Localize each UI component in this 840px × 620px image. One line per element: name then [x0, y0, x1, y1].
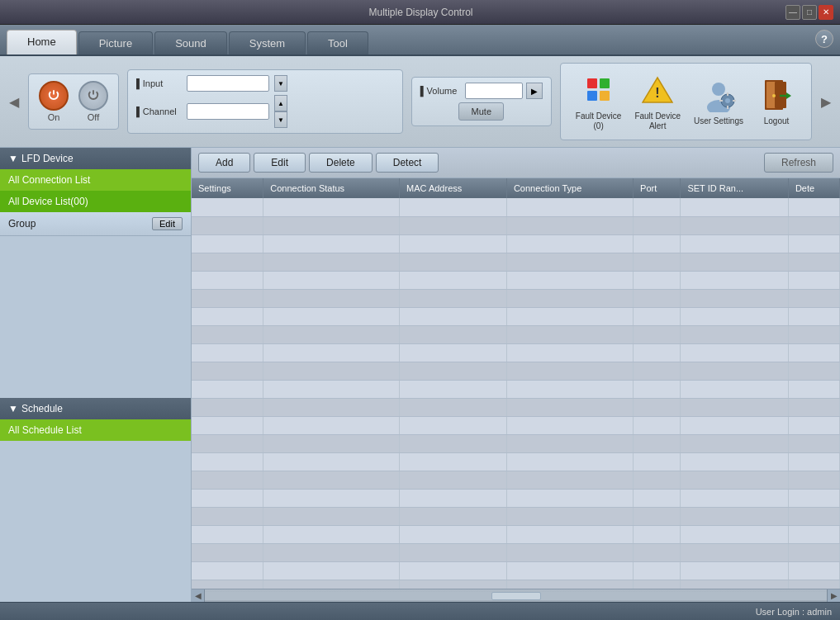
table-row[interactable] [192, 362, 840, 380]
svg-rect-6 [727, 92, 728, 96]
table-cell [681, 580, 789, 589]
scroll-left-btn[interactable]: ◀ [192, 589, 205, 603]
volume-section: ▌Volume ▶ Mute [411, 77, 552, 126]
table-cell [788, 362, 839, 380]
table-cell [681, 325, 789, 343]
table-row[interactable] [192, 216, 840, 234]
channel-down-btn[interactable]: ▼ [274, 111, 287, 128]
channel-field[interactable] [187, 103, 269, 120]
table-cell [788, 561, 839, 580]
delete-button[interactable]: Delete [309, 153, 373, 173]
svg-point-5 [725, 98, 730, 103]
power-on-button[interactable]: On [39, 81, 69, 122]
svg-point-2 [712, 83, 725, 96]
group-label: Group [8, 218, 36, 230]
col-mac-address: MAC Address [400, 178, 507, 198]
nav-right-arrow[interactable]: ▶ [820, 94, 832, 110]
table-cell [400, 525, 507, 543]
horizontal-scrollbar[interactable]: ◀ ▶ [192, 589, 840, 602]
schedule-header[interactable]: ▼ Schedule [0, 398, 191, 419]
logout-button[interactable]: Logout [752, 73, 801, 130]
power-on-icon[interactable] [39, 81, 69, 111]
table-row[interactable] [192, 507, 840, 525]
tab-tool[interactable]: Tool [307, 31, 368, 54]
add-button[interactable]: Add [198, 153, 250, 173]
table-cell [263, 362, 400, 380]
scroll-right-btn[interactable]: ▶ [827, 589, 840, 603]
table-row[interactable] [192, 198, 840, 216]
tab-home[interactable]: Home [7, 30, 77, 54]
fault-device-button[interactable]: Fault Device(0) [571, 69, 627, 135]
user-settings-icon [700, 77, 737, 113]
table-cell [400, 289, 507, 307]
mute-button[interactable]: Mute [458, 102, 504, 121]
refresh-button[interactable]: Refresh [764, 153, 833, 173]
table-row[interactable] [192, 525, 840, 543]
all-device-list-item[interactable]: All Device List(00) [0, 191, 191, 212]
all-connection-list-item[interactable]: All Connection List [0, 169, 191, 191]
table-cell [263, 198, 400, 216]
table-cell [634, 471, 681, 489]
tab-sound[interactable]: Sound [154, 31, 227, 54]
table-row[interactable] [192, 561, 840, 580]
table-cell [634, 253, 681, 271]
table-row[interactable] [192, 271, 840, 289]
close-button[interactable]: ✕ [819, 5, 833, 20]
input-field[interactable] [187, 75, 269, 92]
table-row[interactable] [192, 325, 840, 343]
tab-system[interactable]: System [229, 31, 306, 54]
table-row[interactable] [192, 289, 840, 307]
user-settings-button[interactable]: User Settings [689, 73, 748, 130]
fault-device-alert-button[interactable]: ! Fault DeviceAlert [629, 69, 686, 135]
table-container[interactable]: Settings Connection Status MAC Address C… [192, 178, 840, 589]
sidebar-spacer [0, 236, 191, 398]
table-row[interactable] [192, 434, 840, 452]
input-dropdown-btn[interactable]: ▼ [274, 75, 287, 92]
lfd-device-header[interactable]: ▼ LFD Device [0, 148, 191, 169]
table-cell [263, 543, 400, 561]
win-q2 [600, 78, 610, 88]
all-schedule-list-item[interactable]: All Schedule List [0, 419, 191, 441]
power-off-icon[interactable] [78, 81, 108, 111]
table-row[interactable] [192, 452, 840, 471]
table-cell [506, 416, 633, 434]
table-row[interactable] [192, 380, 840, 398]
col-dete: Dete [788, 178, 839, 198]
table-row[interactable] [192, 398, 840, 416]
table-cell [788, 489, 839, 507]
table-row[interactable] [192, 343, 840, 362]
power-section: On Off [28, 73, 119, 130]
main-container: Home Picture Sound System Tool ? ◀ On [0, 25, 840, 620]
table-cell [634, 271, 681, 289]
col-settings: Settings [192, 178, 263, 198]
table-row[interactable] [192, 416, 840, 434]
table-row[interactable] [192, 471, 840, 489]
table-row[interactable] [192, 580, 840, 589]
tab-bar: Home Picture Sound System Tool ? [0, 25, 840, 56]
help-button[interactable]: ? [815, 30, 833, 48]
tab-picture[interactable]: Picture [78, 31, 153, 54]
table-cell [681, 525, 789, 543]
table-cell [192, 434, 263, 452]
table-cell [400, 234, 507, 253]
table-cell [506, 253, 633, 271]
table-cell [788, 580, 839, 589]
table-cell [400, 380, 507, 398]
table-row[interactable] [192, 543, 840, 561]
detect-button[interactable]: Detect [376, 153, 439, 173]
power-off-button[interactable]: Off [78, 81, 108, 122]
nav-left-arrow[interactable]: ◀ [8, 94, 20, 110]
table-row[interactable] [192, 307, 840, 325]
channel-up-btn[interactable]: ▲ [274, 95, 287, 111]
edit-button[interactable]: Edit [254, 153, 306, 173]
table-cell [681, 234, 789, 253]
maximize-button[interactable]: □ [802, 5, 817, 20]
table-row[interactable] [192, 234, 840, 253]
scroll-thumb[interactable] [491, 592, 541, 600]
table-row[interactable] [192, 489, 840, 507]
table-cell [506, 216, 633, 234]
table-row[interactable] [192, 253, 840, 271]
group-edit-button[interactable]: Edit [152, 217, 183, 230]
minimize-button[interactable]: — [785, 5, 800, 20]
volume-arrow[interactable]: ▶ [526, 83, 543, 99]
